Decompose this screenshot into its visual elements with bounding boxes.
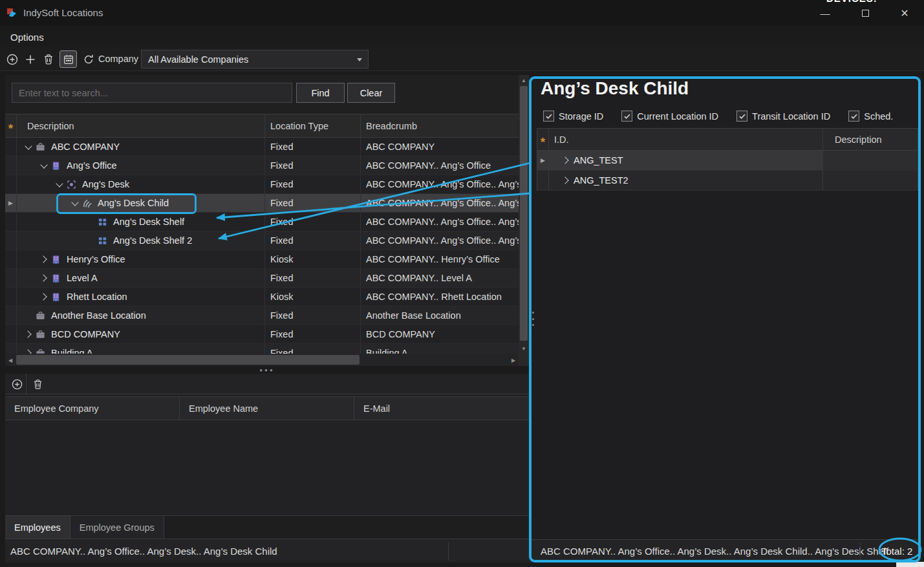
location-tree: ABC COMPANYFixedABC COMPANYAng’s OfficeF… [5,138,519,354]
delete-button[interactable] [41,52,56,67]
maximize-icon [862,10,869,17]
maximize-button[interactable] [850,0,880,26]
chevron-down-icon[interactable] [70,198,80,208]
location-type-cell: Fixed [265,306,361,325]
chevron-right-icon[interactable] [23,348,34,354]
add-button[interactable] [23,52,38,67]
menu-options[interactable]: Options [6,30,48,44]
employee-name-column-header[interactable]: Employee Name [180,397,354,420]
window-title: IndySoft Locations [23,7,103,18]
description-cell: Ang’s Desk Shelf [17,213,265,231]
tree-row-ang-s-desk-shelf-2[interactable]: Ang’s Desk Shelf 2FixedABC COMPANY.. Ang… [5,231,519,250]
tree-row-another-base-location[interactable]: Another Base LocationFixedAnother Base L… [5,306,519,325]
location-name: Ang’s Office [67,160,117,171]
vertical-scrollbar[interactable]: ▲ ▼ [519,75,529,354]
description-cell [823,171,918,190]
description-column-header[interactable]: Description [17,114,265,137]
scroll-up-arrow[interactable]: ▲ [519,75,529,85]
location-type-column-header[interactable]: Location Type [265,114,361,137]
chevron-right-icon[interactable] [23,329,34,339]
clear-button[interactable]: Clear [347,83,395,103]
chevron-right-icon[interactable] [561,175,571,186]
location-name: Ang’s Desk [82,179,129,189]
location-type-cell: Kiosk [265,250,361,268]
checkbox-current-location-id[interactable]: Current Location ID [621,111,718,122]
company-dropdown[interactable]: All Available Companies [141,50,369,69]
delete-employee-button[interactable] [31,378,44,390]
tree-row-level-a[interactable]: Level AFixedABC COMPANY.. Level A [5,269,519,288]
description-cell: Level A [17,269,265,287]
detail-status-breadcrumb: ABC COMPANY.. Ang’s Office.. Ang’s Desk.… [529,546,888,557]
title-bar: IndySoft Locations DEVICES! — ✕ [0,0,924,26]
tree-row-rhett-location[interactable]: Rhett LocationKioskABC COMPANY.. Rhett L… [5,288,519,306]
scroll-down-arrow[interactable]: ▼ [519,343,529,354]
row-select-indicator: ▶ [537,151,549,170]
breadcrumb-column-header[interactable]: Breadcrumb [361,114,519,137]
location-name: Rhett Location [67,292,127,302]
find-button[interactable]: Find [296,83,345,103]
search-input[interactable] [12,83,292,103]
checkbox-sched[interactable]: Sched. [848,111,893,122]
horizontal-scroll-thumb[interactable] [16,355,360,365]
description-column-header[interactable]: Description [823,129,918,150]
add-location-button[interactable] [5,52,19,67]
detail-row-ang-test2[interactable]: ANG_TEST2 [537,171,918,191]
tree-row-building-a[interactable]: Building AFixedBuilding A [5,344,519,354]
checkbox-icon[interactable] [736,111,747,122]
detail-row-ang-test[interactable]: ▶ANG_TEST [537,151,918,171]
menu-bar: Options [0,26,924,47]
horizontal-scrollbar[interactable]: ◀ ▶ [5,354,519,366]
checkbox-icon[interactable] [848,111,859,122]
schedule-view-toggle[interactable] [59,50,77,68]
scroll-left-arrow[interactable]: ◀ [5,355,16,365]
tree-row-ang-s-office[interactable]: Ang’s OfficeFixedABC COMPANY.. Ang’s Off… [5,156,519,175]
tree-row-ang-s-desk-child[interactable]: ▶Ang’s Desk ChildFixedABC COMPANY.. Ang’… [5,194,519,213]
detail-panel: Ang’s Desk Child Storage IDCurrent Locat… [529,76,921,562]
chevron-down-icon[interactable] [54,179,65,189]
tree-row-ang-s-desk-shelf[interactable]: Ang’s Desk ShelfFixedABC COMPANY.. Ang’s… [5,213,519,231]
chevron-right-icon[interactable] [561,155,571,166]
chevron-down-icon[interactable] [39,160,49,171]
minimize-button[interactable]: — [810,0,840,26]
tree-row-henry-s-office[interactable]: Henry’s OfficeKioskABC COMPANY.. Henry’s… [5,250,519,269]
chevron-right-icon[interactable] [39,273,49,283]
chevron-down-icon[interactable] [23,142,34,152]
breadcrumb-cell: Building A [361,344,519,354]
chevron-spacer [23,310,34,321]
vertical-scroll-thumb[interactable] [520,86,528,341]
status-divider [448,542,449,561]
tree-row-bcd-company[interactable]: BCD COMPANYFixedBCD COMPANY [5,325,519,344]
employee-company-column-header[interactable]: Employee Company [5,397,180,420]
main-toolbar: Company All Available Companies [0,47,924,71]
tree-row-ang-s-desk[interactable]: Ang’s DeskFixedABC COMPANY.. Ang’s Offic… [5,175,519,194]
asterisk-icon: * [541,139,545,145]
company-dropdown-value: All Available Companies [148,54,248,65]
scroll-right-arrow[interactable]: ▶ [508,355,519,365]
chevron-right-icon[interactable] [39,254,49,264]
row-select-indicator [5,250,17,268]
checkbox-icon[interactable] [543,111,554,122]
add-employee-button[interactable] [10,378,23,390]
email-column-header[interactable]: E-Mail [354,397,529,420]
checkbox-storage-id[interactable]: Storage ID [543,111,603,122]
child-icon [82,198,93,208]
horizontal-splitter[interactable]: ●●● [5,366,529,374]
vertical-splitter[interactable] [531,312,535,326]
id-column-header[interactable]: I.D. [549,129,823,150]
breadcrumb-cell: ABC COMPANY.. Henry’s Office [361,250,519,268]
tab-employee-groups[interactable]: Employee Groups [70,516,164,539]
row-select-indicator [5,306,17,325]
id-value: ANG_TEST2 [574,175,629,186]
chevron-spacer [85,217,96,227]
office-icon [51,273,62,283]
checkbox-transit-location-id[interactable]: Transit Location ID [736,111,830,122]
location-type-cell: Fixed [265,194,361,212]
tab-employees[interactable]: Employees [5,516,70,539]
checkbox-icon[interactable] [621,111,632,122]
tree-row-abc-company[interactable]: ABC COMPANYFixedABC COMPANY [5,138,519,156]
chevron-right-icon[interactable] [39,292,49,302]
location-name: Building A [51,348,93,354]
refresh-button[interactable] [81,52,96,67]
close-button[interactable]: ✕ [890,0,919,26]
location-name: Ang’s Desk Shelf 2 [113,235,192,246]
